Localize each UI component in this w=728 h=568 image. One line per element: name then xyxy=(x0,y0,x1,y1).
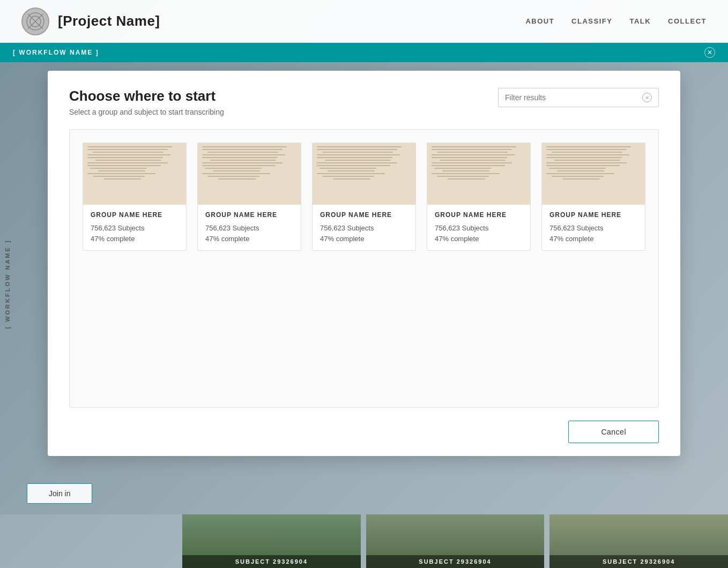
group-card-3[interactable]: GROUP NAME HERE 756,623 Subjects 47% com… xyxy=(312,143,416,251)
letter-line xyxy=(317,162,397,163)
letter-line xyxy=(448,178,485,180)
letter-line xyxy=(442,170,489,171)
card-subjects-4: 756,623 Subjects 47% complete xyxy=(435,223,523,244)
letter-line xyxy=(87,154,170,155)
card-subjects-2: 756,623 Subjects 47% complete xyxy=(205,223,293,244)
letter-line xyxy=(202,173,270,174)
letter-line xyxy=(557,170,604,171)
header-left: [Project Name] xyxy=(21,8,160,35)
letter-line xyxy=(202,162,283,163)
letter-line xyxy=(202,149,283,150)
letter-line xyxy=(432,162,512,163)
letter-line xyxy=(95,160,161,161)
letter-line xyxy=(207,152,278,153)
cards-grid-container: GROUP NAME HERE 756,623 Subjects 47% com… xyxy=(69,129,659,408)
logo xyxy=(21,8,49,35)
card-image-2 xyxy=(198,143,301,205)
letter-line xyxy=(432,154,515,155)
letter-line xyxy=(546,157,622,158)
letter-line xyxy=(325,160,391,161)
letter-line xyxy=(432,157,507,158)
letter-line xyxy=(202,157,278,158)
card-info-5: GROUP NAME HERE 756,623 Subjects 47% com… xyxy=(542,205,645,250)
card-group-name-2: GROUP NAME HERE xyxy=(205,211,293,219)
letter-line xyxy=(549,168,606,169)
letter-line xyxy=(317,146,402,147)
letter-line xyxy=(552,176,604,177)
letter-line xyxy=(103,178,141,180)
letter-line xyxy=(328,170,375,171)
letter-line xyxy=(87,157,163,158)
letter-line xyxy=(562,178,600,180)
card-image-4 xyxy=(427,143,530,205)
letter-line xyxy=(87,173,155,174)
group-card-4[interactable]: GROUP NAME HERE 756,623 Subjects 47% com… xyxy=(427,143,531,251)
nav-classify[interactable]: CLASSIFY xyxy=(571,17,612,25)
card-image-1 xyxy=(83,143,186,205)
filter-clear-button[interactable]: ✕ xyxy=(642,93,652,102)
letter-line xyxy=(546,162,627,163)
workflow-close-button[interactable]: ✕ xyxy=(704,47,715,58)
letter-line xyxy=(93,152,164,153)
letter-line xyxy=(317,165,390,166)
letter-line xyxy=(202,154,285,155)
filter-box: ✕ xyxy=(498,88,659,107)
project-title: [Project Name] xyxy=(58,13,160,29)
nav-collect[interactable]: COLLECT xyxy=(668,17,707,25)
card-group-name-1: GROUP NAME HERE xyxy=(91,211,179,219)
letter-line xyxy=(546,149,627,150)
modal-title: Choose where to start xyxy=(69,88,224,104)
letter-line xyxy=(87,146,172,147)
letter-line xyxy=(207,176,259,177)
letter-line xyxy=(546,165,620,166)
letter-line xyxy=(432,146,516,147)
header-nav: ABOUT CLASSIFY TALK COLLECT xyxy=(525,17,707,25)
modal-footer: Cancel xyxy=(69,421,659,443)
card-info-1: GROUP NAME HERE 756,623 Subjects 47% com… xyxy=(83,205,186,250)
letter-line xyxy=(93,176,145,177)
card-group-name-4: GROUP NAME HERE xyxy=(435,211,523,219)
letter-line xyxy=(218,178,256,180)
letter-line xyxy=(317,173,385,174)
letter-line xyxy=(317,157,392,158)
card-subjects-3: 756,623 Subjects 47% complete xyxy=(320,223,408,244)
workflow-name: [ WORKFLOW NAME ] xyxy=(13,49,99,56)
letter-line xyxy=(554,160,620,161)
letter-line xyxy=(317,154,400,155)
group-card-2[interactable]: GROUP NAME HERE 756,623 Subjects 47% com… xyxy=(197,143,301,251)
workflow-bar: [ WORKFLOW NAME ] ✕ xyxy=(0,43,728,62)
card-group-name-5: GROUP NAME HERE xyxy=(549,211,637,219)
letter-line xyxy=(333,178,370,180)
letter-line xyxy=(98,170,145,171)
letter-line xyxy=(322,176,374,177)
header: [Project Name] ABOUT CLASSIFY TALK COLLE… xyxy=(0,0,728,43)
letter-line xyxy=(434,168,491,169)
sidebar-workflow-label: [ WORKFLOW NAME ] xyxy=(4,239,11,328)
card-info-4: GROUP NAME HERE 756,623 Subjects 47% com… xyxy=(427,205,530,250)
group-card-5[interactable]: GROUP NAME HERE 756,623 Subjects 47% com… xyxy=(541,143,645,251)
card-info-2: GROUP NAME HERE 756,623 Subjects 47% com… xyxy=(198,205,301,250)
card-image-5 xyxy=(542,143,645,205)
letter-line xyxy=(213,170,260,171)
letter-line xyxy=(320,168,376,169)
letter-line xyxy=(432,173,500,174)
group-card-1[interactable]: GROUP NAME HERE 756,623 Subjects 47% com… xyxy=(83,143,187,251)
letter-line xyxy=(437,152,508,153)
modal-header: Choose where to start Select a group and… xyxy=(69,88,659,116)
modal-subtitle: Select a group and subject to start tran… xyxy=(69,108,224,116)
nav-about[interactable]: ABOUT xyxy=(525,17,554,25)
modal-overlay: Choose where to start Select a group and… xyxy=(0,62,728,568)
letter-line xyxy=(87,165,161,166)
card-group-name-3: GROUP NAME HERE xyxy=(320,211,408,219)
filter-input[interactable] xyxy=(505,93,638,102)
card-subjects-5: 756,623 Subjects 47% complete xyxy=(549,223,637,244)
letter-line xyxy=(440,160,506,161)
letter-line xyxy=(202,165,276,166)
letter-line xyxy=(546,173,614,174)
letter-line xyxy=(317,149,397,150)
modal: Choose where to start Select a group and… xyxy=(48,71,680,456)
letter-line xyxy=(87,162,168,163)
nav-talk[interactable]: TALK xyxy=(629,17,651,25)
cancel-button[interactable]: Cancel xyxy=(568,421,659,443)
letter-line xyxy=(322,152,393,153)
